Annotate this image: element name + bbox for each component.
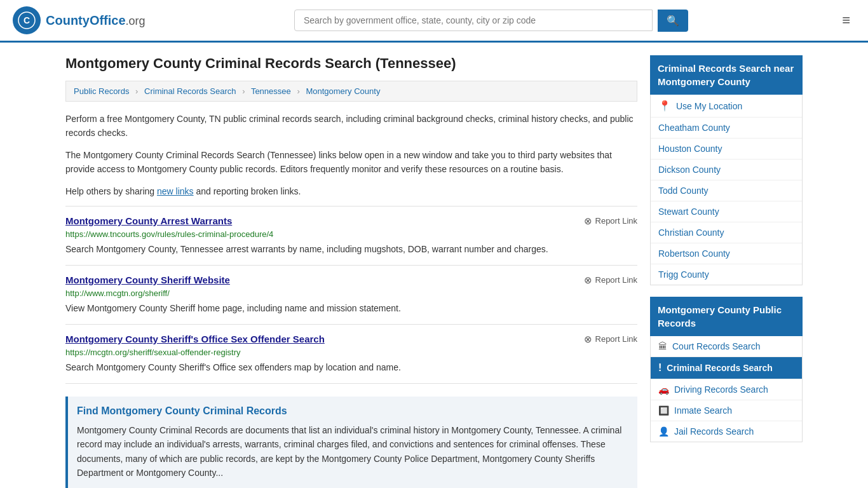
sidebar-item-todd[interactable]: Todd County bbox=[651, 180, 802, 201]
sidebar-item-court-records[interactable]: 🏛 Court Records Search bbox=[651, 336, 802, 357]
record-entries: Montgomery County Arrest Warrants ⊗ Repo… bbox=[65, 206, 637, 384]
court-records-icon: 🏛 bbox=[658, 341, 667, 351]
sidebar-item-jail-records[interactable]: 👤 Jail Records Search bbox=[651, 421, 802, 442]
sidebar-item-driving-records[interactable]: 🚗 Driving Records Search bbox=[651, 379, 802, 400]
breadcrumb-criminal-records-search[interactable]: Criminal Records Search bbox=[144, 86, 236, 96]
description-3: Help others by sharing new links and rep… bbox=[65, 184, 637, 198]
houston-county-link[interactable]: Houston County bbox=[658, 144, 722, 154]
stewart-county-link[interactable]: Stewart County bbox=[658, 207, 719, 217]
record-title-2[interactable]: Montgomery County Sheriff Website bbox=[65, 274, 230, 285]
report-link-3[interactable]: ⊗ Report Link bbox=[584, 334, 637, 345]
breadcrumb-tennessee[interactable]: Tennessee bbox=[251, 86, 291, 96]
sidebar-item-stewart[interactable]: Stewart County bbox=[651, 201, 802, 222]
sidebar-item-cheatham[interactable]: Cheatham County bbox=[651, 118, 802, 139]
svg-text:C: C bbox=[24, 15, 30, 25]
report-link-2[interactable]: ⊗ Report Link bbox=[584, 274, 637, 286]
logo-icon: C bbox=[13, 6, 41, 34]
criminal-records-icon: ! bbox=[658, 362, 661, 374]
find-section-text: Montgomery County Criminal Records are d… bbox=[77, 423, 628, 480]
menu-icon[interactable]: ≡ bbox=[837, 10, 855, 31]
page-title: Montgomery County Criminal Records Searc… bbox=[65, 55, 637, 72]
header: C CountyOffice.org 🔍 ≡ bbox=[0, 0, 868, 43]
sidebar-item-dickson[interactable]: Dickson County bbox=[651, 159, 802, 180]
main-layout: Montgomery County Criminal Records Searc… bbox=[53, 43, 815, 488]
court-records-link[interactable]: Court Records Search bbox=[672, 341, 761, 351]
search-button[interactable]: 🔍 bbox=[658, 10, 688, 32]
record-url-2[interactable]: http://www.mcgtn.org/sheriff/ bbox=[65, 288, 637, 298]
report-link-1[interactable]: ⊗ Report Link bbox=[584, 215, 637, 227]
record-entry-1: Montgomery County Arrest Warrants ⊗ Repo… bbox=[65, 206, 637, 265]
find-section: Find Montgomery County Criminal Records … bbox=[65, 396, 637, 488]
report-icon-1: ⊗ bbox=[584, 215, 592, 227]
report-icon-3: ⊗ bbox=[584, 334, 592, 345]
sidebar-item-inmate-search[interactable]: 🔲 Inmate Search bbox=[651, 400, 802, 421]
sidebar-public-records-list: 🏛 Court Records Search ! Criminal Record… bbox=[650, 336, 803, 442]
search-input[interactable] bbox=[294, 10, 653, 31]
trigg-county-link[interactable]: Trigg County bbox=[658, 269, 709, 280]
dickson-county-link[interactable]: Dickson County bbox=[658, 165, 721, 175]
cheatham-county-link[interactable]: Cheatham County bbox=[658, 123, 730, 133]
jail-records-link[interactable]: Jail Records Search bbox=[674, 426, 754, 437]
sidebar-item-christian[interactable]: Christian County bbox=[651, 222, 802, 243]
record-title-3[interactable]: Montgomery County Sheriff's Office Sex O… bbox=[65, 334, 325, 344]
driving-records-link[interactable]: Driving Records Search bbox=[674, 384, 768, 395]
location-pin-icon: 📍 bbox=[658, 100, 671, 112]
record-entry-3: Montgomery County Sheriff's Office Sex O… bbox=[65, 324, 637, 384]
robertson-county-link[interactable]: Robertson County bbox=[658, 248, 730, 259]
record-desc-1: Search Montgomery County, Tennessee arre… bbox=[65, 243, 637, 256]
new-links-link[interactable]: new links bbox=[157, 186, 194, 196]
record-header-3: Montgomery County Sheriff's Office Sex O… bbox=[65, 334, 637, 345]
breadcrumb-public-records[interactable]: Public Records bbox=[74, 86, 129, 96]
record-desc-3: Search Montgomery County Sheriff's Offic… bbox=[65, 361, 637, 374]
inmate-search-link[interactable]: Inmate Search bbox=[674, 405, 732, 416]
record-header-1: Montgomery County Arrest Warrants ⊗ Repo… bbox=[65, 215, 637, 227]
breadcrumb: Public Records › Criminal Records Search… bbox=[65, 81, 637, 102]
christian-county-link[interactable]: Christian County bbox=[658, 227, 724, 238]
breadcrumb-sep-1: › bbox=[135, 86, 138, 96]
sidebar-item-houston[interactable]: Houston County bbox=[651, 139, 802, 159]
use-my-location-link[interactable]: Use My Location bbox=[676, 101, 742, 111]
record-desc-2: View Montgomery County Sheriff home page… bbox=[65, 302, 637, 315]
record-url-1[interactable]: https://www.tncourts.gov/rules/rules-cri… bbox=[65, 229, 637, 239]
description-1: Perform a free Montgomery County, TN pub… bbox=[65, 112, 637, 140]
record-header-2: Montgomery County Sheriff Website ⊗ Repo… bbox=[65, 274, 637, 286]
breadcrumb-sep-2: › bbox=[242, 86, 245, 96]
sidebar-item-criminal-records[interactable]: ! Criminal Records Search bbox=[651, 357, 802, 379]
find-section-title: Find Montgomery County Criminal Records bbox=[77, 405, 628, 417]
todd-county-link[interactable]: Todd County bbox=[658, 186, 709, 196]
sidebar-public-records-title: Montgomery County Public Records bbox=[650, 297, 803, 336]
sidebar: Criminal Records Search near Montgomery … bbox=[650, 55, 803, 488]
record-url-3[interactable]: https://mcgtn.org/sheriff/sexual-offende… bbox=[65, 348, 637, 357]
driving-records-icon: 🚗 bbox=[658, 384, 669, 395]
sidebar-item-robertson[interactable]: Robertson County bbox=[651, 243, 802, 264]
inmate-search-icon: 🔲 bbox=[658, 405, 669, 416]
search-area: 🔍 bbox=[294, 10, 688, 32]
jail-records-icon: 👤 bbox=[658, 426, 669, 437]
content-area: Montgomery County Criminal Records Searc… bbox=[65, 55, 637, 488]
record-entry-2: Montgomery County Sheriff Website ⊗ Repo… bbox=[65, 265, 637, 324]
breadcrumb-montgomery-county[interactable]: Montgomery County bbox=[306, 86, 380, 96]
sidebar-nearby-title: Criminal Records Search near Montgomery … bbox=[650, 55, 803, 95]
report-icon-2: ⊗ bbox=[584, 274, 592, 286]
search-icon: 🔍 bbox=[667, 15, 679, 26]
sidebar-nearby-list: 📍 Use My Location Cheatham County Housto… bbox=[650, 95, 803, 285]
criminal-records-link[interactable]: Criminal Records Search bbox=[667, 363, 773, 373]
sidebar-item-use-location[interactable]: 📍 Use My Location bbox=[651, 95, 802, 118]
logo-text: CountyOffice.org bbox=[46, 13, 146, 28]
sidebar-item-trigg[interactable]: Trigg County bbox=[651, 264, 802, 285]
logo-area: C CountyOffice.org bbox=[13, 6, 146, 34]
description-2: The Montgomery County Criminal Records S… bbox=[65, 148, 637, 177]
record-title-1[interactable]: Montgomery County Arrest Warrants bbox=[65, 215, 232, 226]
breadcrumb-sep-3: › bbox=[297, 86, 299, 96]
